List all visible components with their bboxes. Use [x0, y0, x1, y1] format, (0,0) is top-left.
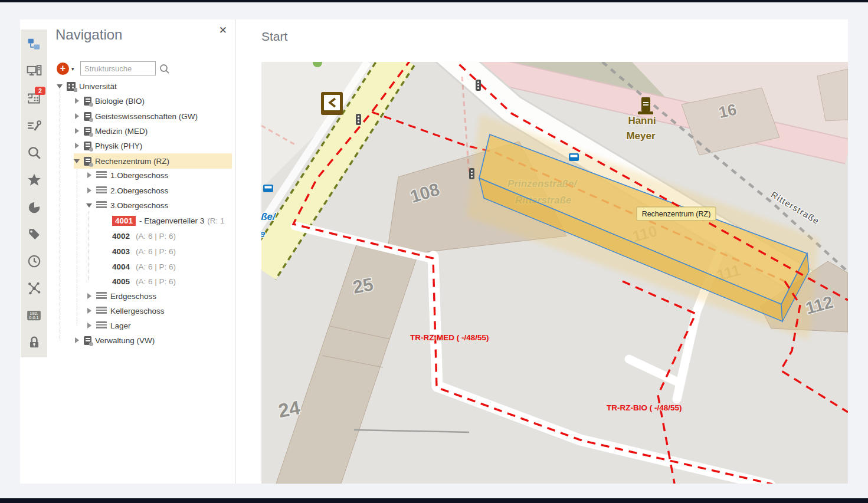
hierarchy-icon: [27, 37, 42, 52]
tree-item-label: 2.Obergeschoss: [110, 186, 168, 195]
search-submit-icon[interactable]: [159, 63, 171, 75]
tree-item-room-4004[interactable]: 4004 (A: 6 | P: 6): [47, 259, 235, 274]
navigation-tree-button[interactable]: [21, 31, 47, 58]
tree-item-biologie[interactable]: Biologie (BIO): [47, 93, 235, 109]
tools-icon: [27, 118, 42, 133]
tree-item-label: 3.Obergeschoss: [110, 201, 168, 210]
expander-collapsed-icon[interactable]: [86, 308, 93, 314]
search-button[interactable]: [21, 139, 47, 166]
map-view[interactable]: 110 111 Prinzenstraße/ Ritterstraße stra…: [261, 62, 848, 484]
tags-button[interactable]: [21, 221, 47, 248]
floor-icon: [96, 171, 107, 179]
expander-expanded-icon[interactable]: [57, 83, 63, 90]
expander-collapsed-icon[interactable]: [86, 323, 93, 329]
building-icon: [84, 127, 91, 136]
favorites-button[interactable]: [21, 166, 47, 193]
room-number: 4005: [112, 277, 130, 286]
tree-item-room-4002[interactable]: 4002 (A: 6 | P: 6): [47, 228, 235, 244]
memorial-label: Meyer: [626, 130, 656, 142]
expander-collapsed-icon[interactable]: [74, 337, 80, 344]
tree-item-label: Kellergeschoss: [110, 307, 165, 315]
house-number-16: 16: [717, 100, 738, 121]
tree-item-3-obergeschoss[interactable]: 3.Obergeschoss: [47, 198, 235, 213]
room-alert-badge: 4001: [112, 216, 136, 226]
tooltip-label: Rechenzentrum (RZ): [642, 210, 711, 218]
tree-item-1-obergeschoss[interactable]: 1.Obergeschoss: [47, 167, 235, 183]
clock-icon: [27, 254, 42, 269]
workstation-button[interactable]: [21, 58, 47, 85]
structure-search-input[interactable]: [80, 61, 156, 75]
tree-item-label: 1.Obergeschoss: [110, 171, 168, 180]
room-stats: (A: 6 | P: 6): [136, 262, 176, 271]
tree-item-verwaltung[interactable]: Verwaltung (VW): [47, 333, 235, 348]
building-icon: [84, 142, 91, 150]
house-number-24: 24: [277, 396, 302, 422]
security-button[interactable]: [21, 329, 47, 356]
room-number: 4004: [112, 262, 130, 271]
memorial-label: Hanni: [628, 115, 656, 126]
workstation-icon: [27, 64, 42, 79]
building-icon: [84, 157, 91, 166]
tree-item-erdgeschoss[interactable]: Erdgeschoss: [47, 288, 235, 304]
icon-toolbar: 2: [21, 29, 47, 357]
building-icon: [84, 112, 91, 121]
tree-item-lager[interactable]: Lager: [47, 318, 235, 333]
history-button[interactable]: [21, 248, 47, 275]
tree-item-label: Biologie (BIO): [95, 97, 145, 106]
add-button[interactable]: +: [57, 63, 69, 75]
tree-item-label: Geisteswissenschaften (GW): [95, 112, 198, 121]
tree-item-label: Verwaltung (VW): [95, 336, 155, 345]
panel-title: Navigation: [55, 27, 122, 43]
room-label: - Etagenverteiler 3: [139, 216, 204, 225]
tree-item-room-4005[interactable]: 4005 (A: 6 | P: 6): [47, 274, 235, 289]
tools-button[interactable]: [21, 112, 47, 139]
floorplan-button[interactable]: 2: [21, 85, 47, 112]
tree-item-label: Rechenzentrum (RZ): [95, 157, 169, 166]
tree-item-geisteswissenschaften[interactable]: Geisteswissenschaften (GW): [47, 109, 235, 124]
expander-collapsed-icon[interactable]: [86, 293, 93, 300]
ip-management-button[interactable]: 192. 0.0.1: [21, 302, 47, 329]
close-icon[interactable]: ✕: [219, 24, 227, 37]
tree-item-kellergeschoss[interactable]: Kellergeschoss: [47, 303, 235, 318]
panel-divider: [235, 19, 236, 484]
add-dropdown-caret-icon[interactable]: ▾: [71, 66, 74, 72]
expander-collapsed-icon[interactable]: [74, 113, 80, 120]
tree-item-room-4001[interactable]: 4001 - Etagenverteiler 3 (R: 1: [47, 213, 235, 228]
expander-collapsed-icon[interactable]: [86, 188, 93, 194]
organization-icon: [67, 82, 76, 91]
expander-expanded-icon[interactable]: [74, 158, 80, 165]
expander-collapsed-icon[interactable]: [74, 128, 80, 134]
expander-expanded-icon[interactable]: [86, 202, 93, 209]
tree-item-rechenzentrum-selected[interactable]: Rechenzentrum (RZ): [47, 153, 235, 169]
tree-item-label: Physik (PHY): [95, 142, 142, 150]
bus-stop-label: traße: [261, 228, 266, 239]
tree-item-physik[interactable]: Physik (PHY): [47, 138, 235, 153]
map-tooltip: Rechenzentrum (RZ): [637, 207, 716, 221]
reports-button[interactable]: [21, 193, 47, 221]
building-icon: [84, 97, 91, 106]
room-number: 4002: [112, 232, 130, 241]
ip-address-icon: 192. 0.0.1: [26, 308, 42, 323]
tag-icon: [27, 226, 42, 242]
pending-tasks-badge: 2: [35, 87, 45, 95]
bus-stop-label: straße/: [261, 211, 277, 222]
tree-item-2-obergeschoss[interactable]: 2.Obergeschoss: [47, 183, 235, 198]
floor-icon: [96, 307, 107, 315]
floor-icon: [96, 321, 107, 330]
expander-collapsed-icon[interactable]: [74, 98, 80, 104]
tree-item-universitaet[interactable]: Universität: [47, 78, 235, 94]
expander-collapsed-icon[interactable]: [86, 172, 93, 179]
tab-start[interactable]: Start: [261, 29, 287, 44]
map-canvas[interactable]: 110 111 Prinzenstraße/ Ritterstraße stra…: [261, 62, 848, 484]
expander-collapsed-icon[interactable]: [74, 143, 80, 149]
search-icon: [27, 145, 42, 160]
floor-icon: [96, 201, 107, 209]
tree-item-label: Universität: [79, 82, 117, 91]
artwork-sign-icon: [321, 92, 343, 115]
tree-item-room-4003[interactable]: 4003 (A: 6 | P: 6): [47, 244, 235, 259]
tree-item-medizin[interactable]: Medizin (MED): [47, 123, 235, 139]
window-frame-bottom: [0, 498, 868, 503]
room-stats: (A: 6 | P: 6): [136, 277, 176, 286]
topology-button[interactable]: [21, 275, 47, 302]
house-number-25: 25: [351, 274, 375, 297]
